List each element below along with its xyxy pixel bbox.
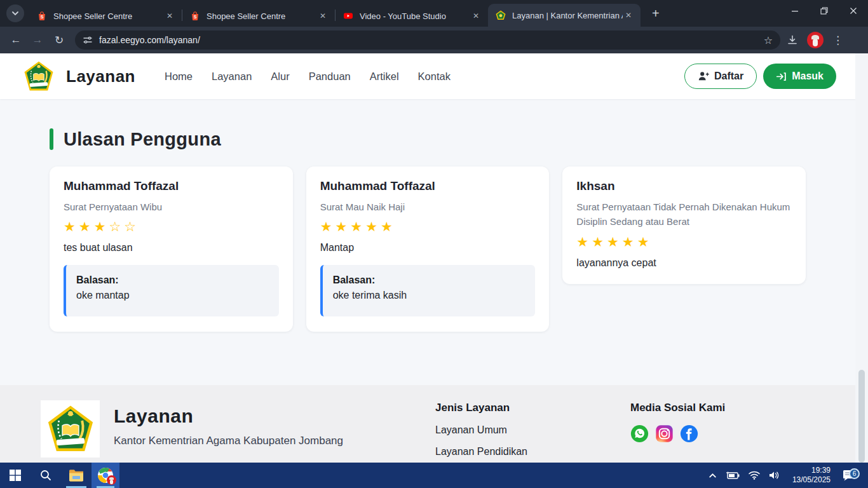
register-label: Daftar <box>714 71 743 82</box>
web-content: Layanan Home Layanan Alur Panduan Artike… <box>0 53 868 463</box>
back-icon[interactable]: ← <box>5 30 27 50</box>
site-footer: Layanan Kantor Kementrian Agama Kabupate… <box>0 385 855 463</box>
login-button[interactable]: Masuk <box>763 64 836 89</box>
battery-icon[interactable] <box>721 471 744 480</box>
chrome-button[interactable] <box>92 463 119 488</box>
tab-shopee-1[interactable]: S Shopee Seller Centre ✕ <box>29 5 182 27</box>
bookmark-star-icon[interactable]: ☆ <box>764 34 773 46</box>
footer-social-title: Media Sosial Kami <box>630 402 725 414</box>
reviewer-name: Ikhsan <box>576 179 792 193</box>
close-window-button[interactable] <box>839 0 868 22</box>
scrollbar-thumb[interactable] <box>858 370 865 463</box>
facebook-icon[interactable] <box>680 424 698 443</box>
register-button[interactable]: Daftar <box>684 64 757 89</box>
review-service: Surat Mau Naik Haji <box>320 200 536 214</box>
clock-date: 13/05/2025 <box>792 475 831 485</box>
review-reply: Balasan: oke terima kasih <box>320 265 536 316</box>
file-explorer-icon <box>69 469 84 482</box>
review-card: Muhammad Toffazal Surat Mau Naik Haji ★★… <box>306 166 550 332</box>
whatsapp-icon[interactable] <box>630 424 649 443</box>
nav-alur[interactable]: Alur <box>271 71 289 83</box>
browser-toolbar: ← → ↻ fazal.eegyo.com/layanan/ ☆ ⋮ <box>0 27 868 53</box>
volume-icon[interactable] <box>764 471 785 480</box>
footer-link-layanan-umum[interactable]: Layanan Umum <box>435 424 527 436</box>
file-explorer-button[interactable] <box>61 463 92 488</box>
tab-close-icon[interactable]: ✕ <box>164 10 175 22</box>
tab-close-icon[interactable]: ✕ <box>317 10 329 22</box>
browser-menu-icon[interactable]: ⋮ <box>832 34 843 47</box>
reply-text: oke terima kasih <box>333 290 526 301</box>
nav-layanan[interactable]: Layanan <box>212 71 252 83</box>
tray-chevron-icon[interactable] <box>704 471 721 480</box>
nav-home[interactable]: Home <box>165 71 193 83</box>
instagram-icon[interactable] <box>655 424 674 443</box>
search-button[interactable] <box>31 463 61 488</box>
nav-kontak[interactable]: Kontak <box>418 71 451 83</box>
footer-services-title: Jenis Layanan <box>435 402 527 414</box>
review-comment: Mantap <box>320 242 536 254</box>
footer-logo <box>41 400 100 458</box>
restore-button[interactable] <box>810 0 839 22</box>
tab-title: Shopee Seller Centre <box>53 11 164 21</box>
brand-name[interactable]: Layanan <box>66 67 135 86</box>
start-button[interactable] <box>0 463 31 488</box>
tab-search-chevron-icon[interactable] <box>6 4 24 22</box>
tab-title: Video - YouTube Studio <box>360 11 470 21</box>
review-reply: Balasan: oke mantap <box>64 265 279 316</box>
reviewer-name: Muhammad Toffazal <box>320 179 536 193</box>
profile-avatar[interactable] <box>807 32 824 48</box>
chrome-profile-badge <box>107 475 116 485</box>
rating-stars: ★★★★★ <box>576 234 792 250</box>
nav-panduan[interactable]: Panduan <box>309 71 351 83</box>
site-brand[interactable]: Layanan <box>23 60 135 92</box>
address-bar[interactable]: fazal.eegyo.com/layanan/ ☆ <box>75 30 780 50</box>
kemenag-favicon <box>496 10 506 20</box>
clock-time: 19:39 <box>792 466 831 475</box>
new-tab-button[interactable]: + <box>647 6 665 21</box>
taskbar-clock[interactable]: 19:39 13/05/2025 <box>785 466 837 485</box>
svg-text:S: S <box>194 15 197 19</box>
nav-artikel[interactable]: Artikel <box>370 71 399 83</box>
login-arrow-icon <box>776 71 787 82</box>
title-accent-bar <box>50 128 53 150</box>
login-label: Masuk <box>792 71 824 82</box>
rating-stars: ★★★★★ <box>320 219 536 234</box>
reviews-section: Ulasan Pengguna Muhammad Toffazal Surat … <box>0 99 855 385</box>
page-scrollbar[interactable] <box>855 53 868 463</box>
tab-layanan-active[interactable]: Layanan | Kantor Kementrian Ag ✕ <box>488 4 641 27</box>
shopee-icon: S <box>37 11 47 21</box>
notification-badge: 6 <box>849 468 860 479</box>
search-icon <box>39 469 52 482</box>
footer-subtitle: Kantor Kementrian Agama Kabupaten Jomban… <box>114 435 343 447</box>
site-settings-icon[interactable] <box>83 35 93 45</box>
review-service: Surat Pernyataan Wibu <box>64 200 279 214</box>
notification-center-button[interactable]: 6 <box>837 469 865 482</box>
tab-youtube-studio[interactable]: Video - YouTube Studio ✕ <box>336 5 488 27</box>
tab-close-icon[interactable]: ✕ <box>470 10 482 22</box>
user-plus-icon <box>698 71 709 82</box>
footer-link-layanan-pendidikan[interactable]: Layanan Pendidikan <box>435 446 527 458</box>
review-comment: layanannya cepat <box>576 257 792 269</box>
url-text[interactable]: fazal.eegyo.com/layanan/ <box>99 35 764 45</box>
windows-taskbar: 19:39 13/05/2025 6 <box>0 463 868 488</box>
window-controls <box>780 0 868 22</box>
review-card: Muhammad Toffazal Surat Pernyataan Wibu … <box>50 166 293 332</box>
tab-close-icon[interactable]: ✕ <box>623 10 634 21</box>
tab-title: Layanan | Kantor Kementrian Ag <box>512 11 623 20</box>
footer-brand: Layanan <box>114 405 343 427</box>
kemenag-logo <box>23 60 55 92</box>
forward-icon[interactable]: → <box>27 30 48 50</box>
reviewer-name: Muhammad Toffazal <box>64 179 279 193</box>
youtube-icon <box>343 11 353 21</box>
reply-label: Balasan: <box>76 274 269 286</box>
reply-text: oke mantap <box>76 290 269 301</box>
review-service: Surat Pernyataan Tidak Pernah Dikenakan … <box>576 200 792 229</box>
reload-icon[interactable]: ↻ <box>48 30 70 50</box>
download-icon[interactable] <box>787 34 798 46</box>
minimize-button[interactable] <box>780 0 810 22</box>
tab-title: Shopee Seller Centre <box>207 11 317 21</box>
site-navbar: Layanan Home Layanan Alur Panduan Artike… <box>0 53 855 99</box>
tab-shopee-2[interactable]: S Shopee Seller Centre ✕ <box>182 5 335 27</box>
reply-label: Balasan: <box>333 274 526 286</box>
wifi-icon[interactable] <box>744 471 764 480</box>
